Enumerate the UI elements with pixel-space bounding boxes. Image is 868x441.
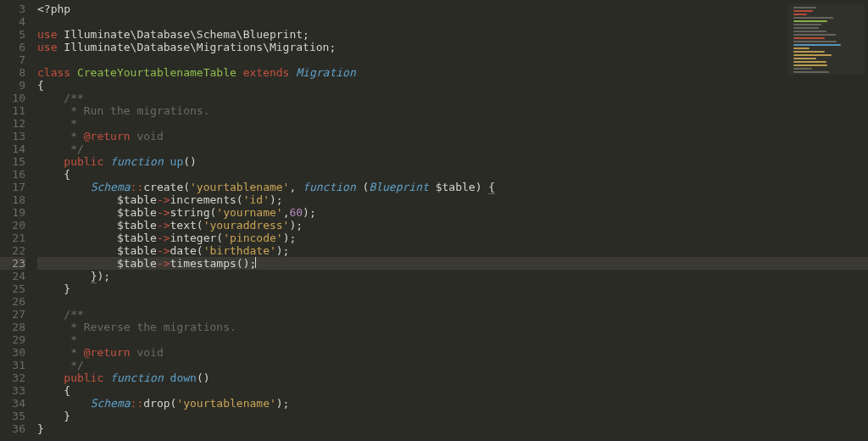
code-line[interactable]: public function down()	[37, 371, 868, 384]
line-number: 32	[0, 371, 25, 384]
token-op: ->	[157, 244, 170, 257]
code-line[interactable]: */	[37, 359, 868, 371]
code-line[interactable]	[37, 295, 868, 308]
code-line[interactable]: <?php	[37, 3, 868, 15]
token-op: ::	[131, 181, 144, 193]
code-area[interactable]: <?phpuse Illuminate\Database\Schema\Blue…	[32, 0, 868, 441]
token-punc: ()	[183, 155, 197, 168]
token-plain: $table	[429, 181, 476, 193]
token-method: string	[170, 206, 210, 219]
token-kwblue: function	[110, 371, 164, 384]
minimap-line	[793, 44, 841, 46]
token-plain: Illuminate\Database\Schema\Blueprint;	[57, 28, 309, 41]
code-line[interactable]: * @return void	[37, 346, 868, 359]
line-number: 14	[0, 142, 25, 155]
code-line[interactable]: * Run the migrations.	[37, 104, 868, 117]
code-line[interactable]: {	[37, 168, 868, 181]
token-punc: (	[197, 244, 203, 257]
token-punc: );	[303, 206, 316, 219]
token-comment: /**	[37, 308, 84, 321]
line-number: 19	[0, 206, 25, 219]
code-line[interactable]: public function up()	[37, 155, 868, 168]
code-line[interactable]: use Illuminate\Database\Migrations\Migra…	[37, 41, 868, 53]
code-editor[interactable]: 3456789101112131415161718192021222324252…	[0, 0, 868, 441]
code-line[interactable]: *	[37, 117, 868, 130]
token-punc: {	[37, 384, 70, 397]
line-number: 7	[0, 53, 25, 66]
code-line[interactable]: *	[37, 333, 868, 346]
code-line[interactable]: Schema::drop('yourtablename');	[37, 397, 868, 410]
minimap[interactable]	[788, 3, 865, 75]
token-func: up	[170, 155, 184, 168]
line-number: 8	[0, 66, 25, 79]
code-line[interactable]: $table->text('youraddress');	[37, 219, 868, 232]
token-punc: ,	[289, 181, 303, 193]
minimap-line	[793, 34, 836, 36]
code-line[interactable]: */	[37, 142, 868, 155]
code-line[interactable]: }	[37, 282, 868, 295]
token-kwblue: Schema	[91, 181, 131, 193]
code-line[interactable]: $table->string('yourname',60);	[37, 206, 868, 219]
line-number: 18	[0, 193, 25, 206]
line-number: 17	[0, 181, 25, 193]
token-plain: Illuminate\Database\Migrations\Migration…	[57, 41, 336, 53]
code-line[interactable]: /**	[37, 308, 868, 321]
caret	[255, 257, 256, 268]
token-str: 'yourname'	[216, 206, 282, 219]
code-line[interactable]: $table->date('birthdate');	[37, 244, 868, 257]
code-line[interactable]: {	[37, 79, 868, 92]
code-line[interactable]: /**	[37, 92, 868, 104]
token-key: use	[37, 28, 57, 41]
token-plain	[37, 270, 91, 282]
token-punc: (	[183, 181, 190, 193]
code-line[interactable]: {	[37, 384, 868, 397]
code-line[interactable]	[37, 15, 868, 28]
token-str: 'yourtablename'	[176, 397, 275, 410]
minimap-line	[793, 54, 832, 56]
code-line[interactable]	[37, 53, 868, 66]
minimap-line	[793, 17, 833, 19]
minimap-line	[793, 64, 827, 66]
line-number: 13	[0, 130, 25, 142]
minimap-line	[793, 58, 816, 59]
line-number: 4	[0, 15, 25, 28]
code-line[interactable]: class CreateYourtablenameTable extends M…	[37, 66, 868, 79]
token-kwblue: function	[303, 181, 356, 193]
token-method: create	[143, 181, 183, 193]
code-line[interactable]: }	[37, 422, 868, 435]
token-comment: *	[37, 117, 77, 130]
token-method: date	[170, 244, 197, 257]
line-number: 29	[0, 333, 25, 346]
token-punc: (	[356, 181, 370, 193]
token-func: down	[170, 371, 197, 384]
code-line[interactable]: use Illuminate\Database\Schema\Blueprint…	[37, 28, 868, 41]
token-punc: (	[197, 219, 203, 232]
line-number: 10	[0, 92, 25, 104]
token-plain: $table	[37, 232, 157, 244]
token-punc: );	[276, 397, 290, 410]
code-line[interactable]: * Reverse the migrations.	[37, 321, 868, 333]
token-comment: */	[37, 359, 84, 371]
code-line[interactable]: }	[37, 410, 868, 422]
token-plain	[164, 371, 170, 384]
token-punc: )	[476, 181, 489, 193]
token-comment: void	[131, 130, 164, 142]
code-line[interactable]: });	[37, 270, 868, 282]
code-line[interactable]: $table->timestamps();	[37, 257, 868, 270]
code-line[interactable]: * @return void	[37, 130, 868, 142]
line-number: 9	[0, 79, 25, 92]
token-punc: );	[276, 244, 290, 257]
token-plain: $table	[37, 257, 157, 270]
token-punc: }	[37, 282, 70, 295]
code-line[interactable]: $table->increments('id');	[37, 193, 868, 206]
code-line[interactable]: $table->integer('pincode');	[37, 232, 868, 244]
token-num: 60	[289, 206, 303, 219]
line-number: 34	[0, 397, 25, 410]
line-number: 23	[0, 257, 25, 270]
line-number: 3	[0, 3, 25, 15]
code-line[interactable]: Schema::create('yourtablename', function…	[37, 181, 868, 193]
token-plain	[70, 66, 77, 79]
minimap-line	[793, 47, 810, 49]
token-comment: /**	[37, 92, 84, 104]
line-number: 12	[0, 117, 25, 130]
